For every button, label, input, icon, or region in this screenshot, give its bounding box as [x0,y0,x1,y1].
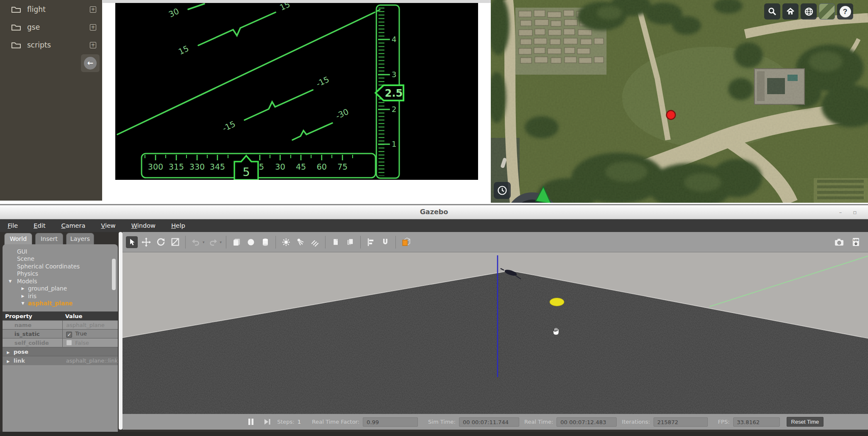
undo-button[interactable] [190,236,202,248]
menu-help[interactable]: Help [171,222,185,229]
map-help-button[interactable]: ? [837,3,853,20]
tree-item-iris[interactable]: ▶ iris [3,292,118,300]
map-home-button[interactable] [782,3,798,20]
paste-icon [345,238,355,247]
expander-right-icon[interactable]: ▶ [20,286,25,291]
tab-insert[interactable]: Insert [35,233,63,245]
menu-edit[interactable]: Edit [33,222,45,229]
map-compass-rose[interactable] [502,182,565,203]
svg-text:3: 3 [392,70,396,79]
property-table: Property Value name asphalt_plane is_sta… [3,311,118,365]
maximize-button[interactable]: ▫ [851,209,859,216]
panel-empty-area [3,365,118,436]
map-layers-button[interactable] [819,3,835,20]
window-bottom-edge [0,432,868,436]
step-forward-icon [264,419,271,425]
expander-down-icon[interactable]: ▼ [20,301,25,305]
tab-layers[interactable]: Layers [66,233,94,245]
scale-tool-button[interactable] [169,236,181,248]
property-row-link[interactable]: ▶link asphalt_plane::link [3,356,118,365]
menu-view[interactable]: View [101,222,115,229]
directional-light-button[interactable] [309,236,321,248]
building-editor-button[interactable] [400,236,412,248]
align-tool-button[interactable] [365,236,377,248]
collapse-sidebar-button[interactable]: ← [84,57,97,70]
expander-down-icon[interactable]: ▼ [8,279,13,283]
yellow-marker-model[interactable] [550,298,564,306]
vehicle-marker[interactable] [667,111,676,120]
tree-item-ground-plane[interactable]: ▶ ground_plane [3,285,118,293]
paste-button[interactable] [344,236,356,248]
redo-button[interactable] [207,236,219,248]
log-file-icon: LOG [851,237,861,247]
tree-item-spherical-coordinates[interactable]: Spherical Coordinates [3,263,118,270]
gazebo-3d-viewport[interactable] [122,252,868,414]
menu-camera[interactable]: Camera [61,222,85,229]
record-log-button[interactable]: LOG [850,236,862,248]
pause-button[interactable] [248,418,254,425]
expand-plus-icon[interactable]: + [90,24,96,31]
spot-light-button[interactable] [295,236,306,248]
map-noise-overlay [491,0,868,203]
fps-field[interactable]: 33.8162 [733,417,780,427]
menu-file[interactable]: File [8,222,18,229]
tree-item-asphalt-plane[interactable]: ▼ asphalt_plane [3,300,118,307]
redo-dropdown-caret[interactable]: ▾ [220,240,222,244]
svg-text:330: 330 [189,162,205,171]
expand-plus-icon[interactable]: + [90,6,96,13]
checkbox-empty-icon[interactable] [66,340,72,346]
insert-cylinder-button[interactable] [259,236,271,248]
expander-right-icon[interactable]: ▶ [7,359,14,363]
top-section: flight + gse + scripts + ← [0,0,868,204]
map-imagery [491,0,868,203]
expander-right-icon[interactable]: ▶ [7,350,14,355]
rtf-field[interactable]: 0.99 [363,417,418,427]
menu-window[interactable]: Window [131,222,156,229]
insert-sphere-button[interactable] [245,236,257,248]
copy-button[interactable] [330,236,342,248]
step-button[interactable] [264,419,271,425]
tree-item-scene[interactable]: Scene [3,255,118,263]
map-globe-button[interactable] [801,3,817,20]
tree-item-models[interactable]: ▼ Models [3,277,118,285]
undo-dropdown-caret[interactable]: ▾ [203,240,205,244]
tree-scrollbar[interactable] [112,259,116,290]
folder-item-scripts[interactable]: scripts + [0,38,102,52]
cylinder-icon [261,238,270,247]
rtf-label: Real Time Factor: [312,419,359,425]
tab-world[interactable]: World [4,233,32,245]
svg-text:1: 1 [392,140,396,148]
insert-box-button[interactable] [231,236,242,248]
iterations-field[interactable]: 215872 [654,417,708,427]
tree-item-gui[interactable]: GUI [3,248,118,255]
expand-plus-icon[interactable]: + [90,42,96,48]
aerial-map-panel[interactable]: ? [491,0,868,203]
map-toolbar: ? [764,3,853,20]
redo-icon [209,238,218,247]
point-light-button[interactable] [280,236,292,248]
expander-right-icon[interactable]: ▶ [20,294,25,298]
tree-item-physics[interactable]: Physics [3,270,118,278]
real-time-field[interactable]: 00 00:07:12.483 [556,417,617,427]
reset-time-button[interactable]: Reset Time [787,417,824,427]
property-row-pose[interactable]: ▶pose [3,347,118,356]
select-tool-button[interactable] [126,236,138,248]
folder-item-flight[interactable]: flight + [0,2,102,17]
svg-text:LOG: LOG [853,239,859,241]
minimize-button[interactable]: – [837,209,844,216]
snap-tool-button[interactable] [379,236,391,248]
sim-time-field[interactable]: 00 00:07:11.744 [459,417,519,427]
svg-text:-15: -15 [314,75,330,89]
map-search-button[interactable] [764,3,780,20]
screenshot-button[interactable] [833,236,845,248]
folder-item-gse[interactable]: gse + [0,20,102,34]
rotate-tool-button[interactable] [155,236,167,248]
translate-tool-button[interactable] [140,236,152,248]
gazebo-toolbar: ▾ ▾ [122,232,868,252]
home-icon [786,7,795,16]
panel-splitter[interactable] [119,232,122,430]
checkbox-checked-icon[interactable]: ✓ [66,332,72,338]
globe-icon [804,7,814,17]
gazebo-titlebar[interactable]: Gazebo – ▫ [0,205,868,219]
svg-text:5: 5 [242,165,250,179]
